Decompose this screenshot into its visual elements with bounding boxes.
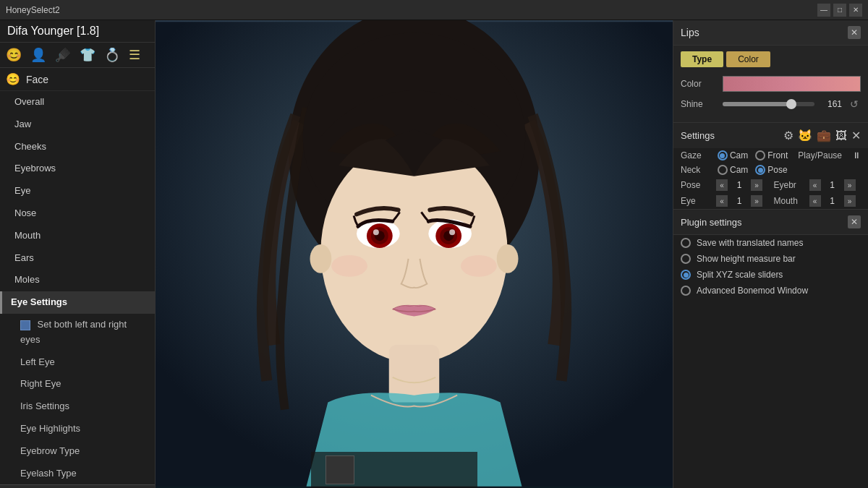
mouth-prev-button[interactable]: «	[809, 195, 821, 207]
outfit-icon[interactable]: 👕	[80, 47, 95, 63]
eyebrow-next-button[interactable]: »	[844, 179, 856, 191]
gaze-cam-label: Cam	[730, 150, 748, 160]
neck-cam-radio[interactable]	[718, 165, 728, 175]
gaze-radio-group: Cam Front Play/Pause ⏸	[718, 150, 861, 160]
mouth-value: 1	[824, 196, 841, 206]
nav-cheeks[interactable]: Cheeks	[0, 136, 155, 158]
plugin-option-label-1: Show height measure bar	[697, 254, 796, 264]
accessories-icon[interactable]: 💍	[104, 47, 120, 63]
plugin-option-0[interactable]: Save with translated names	[673, 235, 868, 251]
neck-cam-label: Cam	[730, 165, 748, 175]
nav-moles[interactable]: Moles	[0, 269, 155, 291]
nav-set-both-eyes[interactable]: Set both left and right eyes	[0, 314, 155, 351]
svg-point-16	[461, 255, 497, 277]
play-pause-icon[interactable]: ⏸	[852, 150, 861, 160]
shine-reset-button[interactable]: ↺	[848, 98, 861, 111]
nav-eye-settings[interactable]: Eye Settings	[0, 291, 155, 314]
gaze-front-radio[interactable]	[755, 150, 765, 160]
eye-ctrl-label: Eye	[681, 196, 713, 206]
list-icon[interactable]: ☰	[129, 47, 140, 63]
plugin-radio-0[interactable]	[681, 238, 691, 248]
eye-next-button[interactable]: »	[751, 195, 762, 207]
face-section-header: 😊 Face	[0, 68, 155, 91]
set-both-checkbox[interactable]	[20, 320, 30, 330]
plugin-title: Plugin settings	[681, 217, 742, 228]
nav-mouth[interactable]: Mouth	[0, 225, 155, 247]
neck-row: Neck Cam Pose	[673, 163, 868, 177]
pose-prev-button[interactable]: «	[716, 179, 728, 191]
neck-cam-option[interactable]: Cam	[718, 165, 748, 175]
plugin-radio-3[interactable]	[681, 286, 691, 296]
nav-iris-settings[interactable]: Iris Settings	[0, 395, 155, 418]
settings-icons: ⚙ 🐱 💼 🖼 ✕	[783, 129, 861, 142]
hair-icon[interactable]: 🪮	[55, 47, 71, 63]
thumbnail[interactable]	[326, 455, 354, 484]
neck-pose-radio[interactable]	[755, 165, 765, 175]
body-icon[interactable]: 👤	[30, 47, 46, 63]
nav-eyebrow-type[interactable]: Eyebrow Type	[0, 440, 155, 463]
maximize-button[interactable]: □	[833, 4, 846, 17]
app-title: HoneySelect2	[6, 5, 60, 15]
character-bg	[156, 20, 673, 488]
plugin-option-1[interactable]: Show height measure bar	[673, 251, 868, 267]
cat-icon[interactable]: 🐱	[798, 129, 812, 142]
gaze-cam-radio[interactable]	[718, 150, 728, 160]
gaze-front-option[interactable]: Front	[755, 150, 788, 160]
svg-point-14	[449, 229, 455, 235]
neck-pose-option[interactable]: Pose	[755, 165, 787, 175]
lips-color-swatch[interactable]	[723, 76, 861, 92]
lips-close-button[interactable]: ✕	[848, 26, 861, 39]
toolbar: 😊 👤 🪮 👕 💍 ☰	[0, 43, 155, 68]
lips-color-row: Color	[673, 73, 868, 95]
plugin-option-3[interactable]: Advanced Bonemod Window	[673, 283, 868, 299]
settings-panel: Settings ⚙ 🐱 💼 🖼 ✕ Gaze Cam	[673, 123, 868, 210]
face-section-label: Face	[26, 74, 48, 85]
settings-title: Settings	[681, 130, 715, 141]
lips-shine-label: Shine	[681, 99, 717, 109]
pose-label: Pose	[681, 180, 713, 190]
eye-prev-button[interactable]: «	[716, 195, 728, 207]
nav-right-eye[interactable]: Right Eye	[0, 373, 155, 395]
nav-ears[interactable]: Ears	[0, 247, 155, 270]
eyebrow-label: Eyebr	[774, 180, 807, 190]
plugin-radio-1[interactable]	[681, 254, 691, 264]
nav-eye[interactable]: Eye	[0, 180, 155, 202]
pose-next-button[interactable]: »	[751, 179, 762, 191]
lips-type-tab[interactable]: Type	[681, 51, 723, 67]
right-panel: Lips ✕ Type Color Color Shine 161 ↺	[673, 20, 868, 488]
settings-close-button[interactable]: ✕	[851, 129, 861, 142]
svg-point-15	[331, 255, 367, 277]
lips-shine-slider[interactable]	[723, 102, 814, 106]
plugin-panel: Plugin settings ✕ Save with translated n…	[673, 210, 868, 299]
face-icon[interactable]: 😊	[6, 47, 22, 63]
plugin-option-2[interactable]: Split XYZ scale sliders	[673, 267, 868, 283]
nav-overall[interactable]: Overall	[0, 91, 155, 114]
minimize-button[interactable]: —	[817, 4, 830, 17]
close-button[interactable]: ✕	[849, 4, 862, 17]
image-icon[interactable]: 🖼	[835, 129, 847, 142]
nav-list: Overall Jaw Cheeks Eyebrows Eye Nose Mou…	[0, 91, 155, 488]
left-panel: Difa Younger [1.8] 😊 👤 🪮 👕 💍 ☰ 😊 Face Ov…	[0, 20, 156, 488]
plugin-option-label-2: Split XYZ scale sliders	[697, 270, 783, 280]
plugin-header: Plugin settings ✕	[673, 210, 868, 235]
nav-left-eye[interactable]: Left Eye	[0, 351, 155, 374]
nav-eyebrows[interactable]: Eyebrows	[0, 158, 155, 180]
plugin-radio-2[interactable]	[681, 270, 691, 280]
shine-thumb[interactable]	[786, 99, 796, 109]
mouth-next-button[interactable]: »	[844, 195, 856, 207]
nav-jaw[interactable]: Jaw	[0, 114, 155, 136]
lips-panel: Lips ✕ Type Color Color Shine 161 ↺	[673, 20, 868, 123]
nav-makeup[interactable]: Makeup	[0, 484, 155, 488]
nav-nose[interactable]: Nose	[0, 202, 155, 225]
eyebrow-prev-button[interactable]: «	[809, 179, 821, 191]
eye-value: 1	[731, 196, 748, 206]
plugin-option-label-3: Advanced Bonemod Window	[697, 286, 808, 296]
lips-color-tab[interactable]: Color	[726, 51, 770, 67]
gaze-cam-option[interactable]: Cam	[718, 150, 748, 160]
gear-icon[interactable]: ⚙	[783, 129, 793, 142]
eye-mouth-row: Eye « 1 » Mouth « 1 »	[673, 193, 868, 209]
nav-eye-highlights[interactable]: Eye Highlights	[0, 418, 155, 440]
plugin-close-button[interactable]: ✕	[848, 215, 861, 228]
bag-icon[interactable]: 💼	[817, 129, 831, 142]
nav-eyelash-type[interactable]: Eyelash Type	[0, 463, 155, 485]
